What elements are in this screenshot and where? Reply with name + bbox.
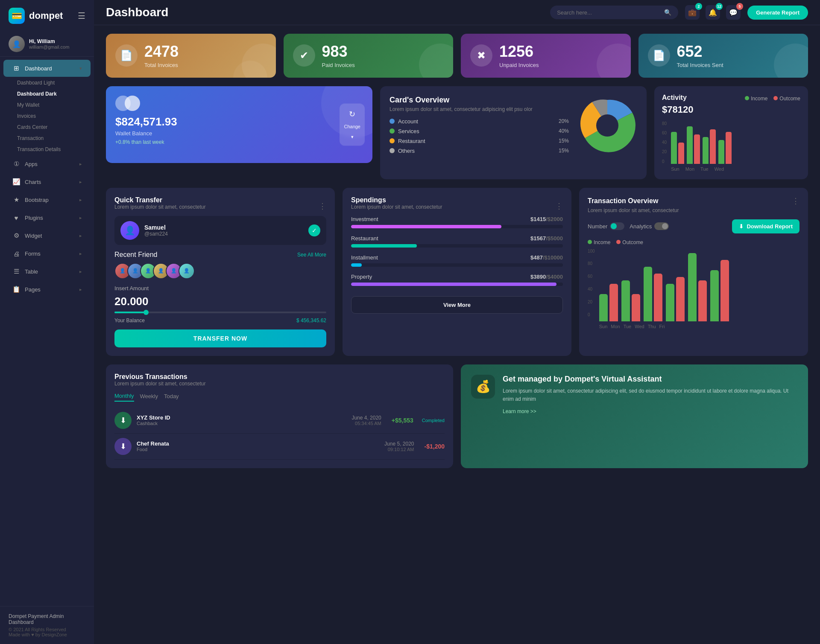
income-legend: Income bbox=[745, 96, 767, 102]
stat-num-sent: 652 bbox=[677, 43, 723, 60]
tab-weekly[interactable]: Weekly bbox=[140, 393, 158, 401]
sidebar-item-bootstrap[interactable]: ★ Bootstrap ▸ bbox=[3, 191, 91, 208]
sidebar-item-pages[interactable]: 📋 Pages ▸ bbox=[3, 281, 91, 298]
txn-icon-chef: ⬇ bbox=[114, 438, 132, 455]
cards-overview-left: Card's Overview Lorem ipsum dolor sit am… bbox=[390, 96, 569, 157]
sidebar-item-forms[interactable]: 🖨 Forms ▸ bbox=[3, 245, 91, 262]
footer-made-with-text: Made with ♥ by DesignZone bbox=[9, 632, 67, 637]
nav-sub-transaction-details[interactable]: Transaction Details bbox=[17, 144, 94, 155]
briefcase-icon-badge[interactable]: 💼 2 bbox=[685, 5, 700, 20]
download-report-button[interactable]: ⬇ Download Report bbox=[732, 219, 800, 233]
legend-label-services: Services bbox=[398, 128, 419, 134]
nav-label-widget: Widget bbox=[25, 233, 42, 239]
sidebar: 💳 dompet ☰ 👤 Hi, William william@gmail.c… bbox=[0, 0, 94, 644]
sidebar-item-table[interactable]: ☰ Table ▸ bbox=[3, 263, 91, 280]
user-name: William bbox=[37, 38, 55, 44]
sidebar-item-apps[interactable]: ① Apps ▸ bbox=[3, 155, 91, 172]
dots-menu-spendings[interactable]: ⋮ bbox=[555, 201, 563, 211]
wallet-section: $824,571.93 Wallet Balance +0.8% than la… bbox=[106, 86, 372, 179]
mastercard-circle2 bbox=[125, 96, 140, 111]
txn-item-xyz: ⬇ XYZ Store ID Cashback June 4, 2020 05:… bbox=[114, 408, 445, 434]
txn-filters: Number Analytics ⬇ Download Report bbox=[588, 219, 800, 233]
filter-toggle-number[interactable] bbox=[610, 222, 624, 230]
search-input[interactable] bbox=[557, 9, 661, 16]
transfer-now-button[interactable]: TRANSFER NOW bbox=[114, 329, 326, 347]
change-button[interactable]: ↻ Change ▾ bbox=[340, 103, 365, 146]
spending-amount-investment: $1415/$2000 bbox=[530, 216, 563, 222]
qt-title: Quick Transfer bbox=[114, 196, 205, 204]
generate-report-button[interactable]: Generate Report bbox=[747, 6, 808, 20]
bar-y-labels: 0 20 40 60 80 bbox=[662, 121, 667, 164]
outcome-dot bbox=[773, 96, 778, 100]
nav-sub-invoices[interactable]: Invoices bbox=[17, 111, 94, 122]
dots-menu-qt[interactable]: ⋮ bbox=[319, 201, 326, 211]
stat-info-unpaid: 1256 Unpaid Invoices bbox=[499, 43, 539, 68]
sidebar-item-widget[interactable]: ⚙ Widget ▸ bbox=[3, 227, 91, 244]
spending-amount-installment: $487/$10000 bbox=[530, 254, 563, 261]
nav-sub-dashboard-dark[interactable]: Dashboard Dark bbox=[17, 88, 94, 99]
bell-icon-badge[interactable]: 🔔 12 bbox=[706, 5, 720, 20]
virtual-assistant-card: 💰 Get managed by Dompet's Virtual Assist… bbox=[461, 364, 808, 468]
va-icon: 💰 bbox=[471, 375, 495, 399]
stat-info-total: 2478 Total Invoices bbox=[144, 43, 179, 68]
bar-income-sun bbox=[671, 132, 677, 164]
stat-card-total-invoices: 📄 2478 Total Invoices bbox=[106, 34, 276, 78]
big-bar-outcome-wed bbox=[676, 277, 685, 321]
activity-card: Activity Income Outcome $78120 0 20 40 6… bbox=[654, 86, 808, 179]
nav-sub-cards-center[interactable]: Cards Center bbox=[17, 122, 94, 133]
search-icon: 🔍 bbox=[664, 9, 671, 16]
prev-txn-desc: Lorem ipsum dolor sit amet, consectetur bbox=[114, 381, 445, 387]
view-more-button[interactable]: View More bbox=[351, 296, 563, 314]
filter-number: Number bbox=[588, 222, 624, 230]
amount-slider[interactable] bbox=[114, 312, 326, 313]
sidebar-item-plugins[interactable]: ♥ Plugins ▸ bbox=[3, 209, 91, 226]
check-badge: ✓ bbox=[308, 224, 320, 236]
spending-amount-property: $3890/$4000 bbox=[530, 274, 563, 280]
user-section: 👤 Hi, William william@gmail.com bbox=[0, 30, 94, 57]
qt-desc: Lorem ipsum dolor sit amet, consectetur bbox=[114, 204, 205, 210]
spending-item-installment: Installment $487/$10000 bbox=[351, 254, 563, 267]
tab-today[interactable]: Today bbox=[164, 393, 179, 401]
stat-icon-unpaid: ✖ bbox=[470, 44, 492, 67]
big-bar-wed bbox=[666, 277, 685, 321]
nav-sub-my-wallet[interactable]: My Wallet bbox=[17, 99, 94, 111]
big-bar-y-labels: 0 20 40 60 80 100 bbox=[588, 249, 595, 317]
spending-item-restaurant: Restaurant $1567/$5000 bbox=[351, 235, 563, 248]
logo-section: 💳 dompet ☰ bbox=[0, 0, 94, 30]
hamburger-icon[interactable]: ☰ bbox=[78, 11, 85, 21]
briefcase-badge: 2 bbox=[695, 3, 702, 10]
txn-info-chef: Chef Renata Food bbox=[137, 440, 169, 452]
chat-icon-badge[interactable]: 💬 5 bbox=[726, 5, 741, 20]
activity-amount: $78120 bbox=[662, 104, 800, 115]
main-content: Dashboard 🔍 💼 2 🔔 12 💬 5 Generate Report bbox=[94, 0, 820, 644]
sidebar-item-charts[interactable]: 📈 Charts ▸ bbox=[3, 173, 91, 190]
nav-sub-dashboard-light[interactable]: Dashboard Light bbox=[17, 77, 94, 88]
sidebar-item-dashboard[interactable]: ⊞ Dashboard ▾ bbox=[3, 60, 91, 77]
bar-x-labels: Sun Mon Tue Wed bbox=[671, 166, 800, 172]
bar-outcome-sun bbox=[678, 143, 684, 164]
activity-title: Activity bbox=[662, 94, 687, 102]
legend-item-others: Others 15% bbox=[390, 148, 569, 154]
spending-name-property: Property bbox=[351, 274, 372, 280]
stat-label-paid: Paid Invoices bbox=[322, 62, 355, 68]
filter-toggle-analytics[interactable] bbox=[654, 222, 669, 230]
download-icon: ⬇ bbox=[739, 223, 744, 230]
dots-menu-txn[interactable]: ⋮ bbox=[792, 196, 800, 206]
stat-label-sent: Total Invoices Sent bbox=[677, 62, 723, 68]
friend-6[interactable]: 👤 bbox=[179, 263, 195, 279]
mid-row: $824,571.93 Wallet Balance +0.8% than la… bbox=[106, 86, 808, 179]
activity-legend: Income Outcome bbox=[745, 96, 800, 102]
legend-item-account: Account 20% bbox=[390, 118, 569, 125]
tabs-row: Monthly Weekly Today bbox=[114, 393, 445, 402]
see-all-link[interactable]: See All More bbox=[297, 252, 326, 258]
activity-chart: 0 20 40 60 80 bbox=[662, 121, 800, 172]
tab-monthly[interactable]: Monthly bbox=[114, 393, 134, 402]
filter-number-label: Number bbox=[588, 223, 607, 230]
nav-label-table: Table bbox=[25, 268, 38, 275]
logo-icon: 💳 bbox=[9, 8, 25, 24]
nav-sub-transaction[interactable]: Transaction bbox=[17, 133, 94, 144]
spending-name-installment: Installment bbox=[351, 254, 378, 261]
big-bar-mon bbox=[621, 280, 640, 321]
balance-value: $ 456,345.62 bbox=[296, 318, 326, 323]
va-learn-more-link[interactable]: Learn more >> bbox=[503, 408, 798, 414]
